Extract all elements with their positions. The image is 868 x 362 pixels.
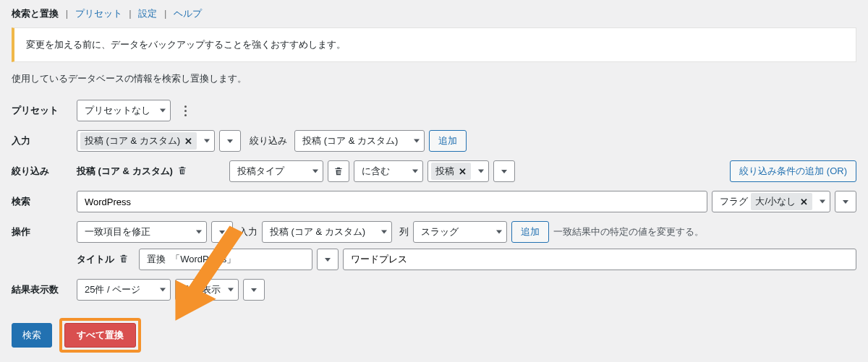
- label-input: 入力: [12, 126, 77, 156]
- input-source-dropdown[interactable]: [219, 130, 241, 152]
- posts-dropdown[interactable]: [493, 160, 515, 182]
- search-input[interactable]: [77, 191, 707, 212]
- chevron-down-icon: [196, 230, 202, 234]
- chevron-down-icon: [501, 170, 507, 173]
- tab-preset[interactable]: プリセット: [75, 8, 122, 19]
- op-helper-text: 一致結果中の特定の値を変更する。: [553, 225, 704, 238]
- replace-value-input[interactable]: [343, 249, 856, 270]
- per-page-select[interactable]: 25件 / ページ: [77, 279, 171, 301]
- replace-source-dropdown[interactable]: [317, 249, 339, 270]
- posts-chip: 投稿 ✕: [431, 163, 471, 180]
- label-results-per-page: 結果表示数: [12, 275, 77, 305]
- chip-remove-icon[interactable]: ✕: [459, 166, 467, 177]
- input-source-chip: 投稿 (コア & カスタム) ✕: [80, 132, 197, 150]
- page-tabs: 検索と置換 | プリセット | 設定 | ヘルプ: [12, 7, 856, 20]
- trash-icon[interactable]: [119, 254, 129, 266]
- contains-select[interactable]: に含む: [354, 160, 423, 182]
- chevron-down-icon: [412, 170, 418, 173]
- filter-group-label: 投稿 (コア & カスタム): [77, 165, 187, 178]
- chevron-down-icon: [160, 288, 166, 292]
- add-filter-or-button[interactable]: 絞り込み条件の追加 (OR): [730, 160, 856, 182]
- preset-select[interactable]: プリセットなし: [77, 100, 171, 121]
- chevron-down-icon: [381, 230, 387, 234]
- tab-search-replace[interactable]: 検索と置換: [12, 8, 59, 19]
- replace-all-highlight: すべて置換: [59, 318, 141, 353]
- replace-all-button[interactable]: すべて置換: [64, 323, 136, 348]
- chevron-down-icon: [228, 288, 234, 292]
- tab-settings[interactable]: 設定: [138, 8, 157, 19]
- more-options-icon[interactable]: [179, 100, 191, 121]
- label-preset: プリセット: [12, 95, 77, 126]
- tab-help[interactable]: ヘルプ: [174, 8, 202, 19]
- chevron-down-icon: [820, 200, 825, 204]
- show-columns-select[interactable]: 列を表示: [175, 279, 239, 301]
- chip-remove-icon[interactable]: ✕: [184, 136, 192, 147]
- filter-type-select[interactable]: 投稿タイプ: [229, 160, 323, 182]
- input-source-select[interactable]: 投稿 (コア & カスタム) ✕: [77, 130, 215, 152]
- chevron-down-icon: [204, 139, 210, 143]
- columns-dropdown[interactable]: [243, 279, 265, 301]
- op-add-button[interactable]: 追加: [511, 221, 549, 243]
- chevron-down-icon: [160, 109, 166, 113]
- operation-select[interactable]: 一致項目を修正: [77, 221, 207, 243]
- backup-notice: 変更を加える前に、データをバックアップすることを強くおすすめします。: [12, 27, 856, 62]
- chevron-down-icon: [478, 170, 484, 173]
- replace-source-display: 置換 「WordPress」: [139, 249, 312, 270]
- chip-remove-icon[interactable]: ✕: [800, 197, 808, 207]
- operation-dropdown[interactable]: [211, 221, 233, 243]
- chevron-down-icon: [219, 230, 225, 234]
- chevron-down-icon: [325, 258, 331, 262]
- op-column-select[interactable]: スラッグ: [413, 221, 507, 243]
- flag-select[interactable]: フラグ 大/小なし ✕: [712, 191, 830, 212]
- chevron-down-icon: [843, 200, 848, 204]
- add-refine-button[interactable]: 追加: [429, 130, 467, 152]
- op-input-select[interactable]: 投稿 (コア & カスタム): [262, 221, 392, 243]
- page-description: 使用しているデータベースの情報を検索し置換します。: [12, 72, 856, 85]
- trash-icon[interactable]: [177, 165, 187, 178]
- chevron-down-icon: [414, 139, 420, 143]
- refine-select[interactable]: 投稿 (コア & カスタム): [294, 130, 425, 152]
- op-input-label: 入力: [239, 225, 258, 238]
- label-operation: 操作: [12, 217, 77, 275]
- flag-dropdown[interactable]: [835, 191, 856, 212]
- chevron-down-icon: [312, 170, 318, 173]
- chevron-down-icon: [496, 230, 502, 234]
- chevron-down-icon: [227, 139, 233, 143]
- label-filter: 絞り込み: [12, 156, 77, 186]
- op-column-label: 列: [399, 225, 409, 238]
- trash-icon[interactable]: [328, 160, 349, 182]
- chevron-down-icon: [251, 288, 257, 292]
- flag-chip: 大/小なし ✕: [751, 193, 812, 210]
- notice-text: 変更を加える前に、データをバックアップすることを強くおすすめします。: [26, 39, 346, 50]
- refine-by-label: 絞り込み: [250, 134, 287, 147]
- title-label: タイトル: [77, 253, 132, 266]
- search-button[interactable]: 検索: [12, 323, 52, 348]
- label-search: 検索: [12, 186, 77, 217]
- posts-chip-select[interactable]: 投稿 ✕: [427, 160, 489, 182]
